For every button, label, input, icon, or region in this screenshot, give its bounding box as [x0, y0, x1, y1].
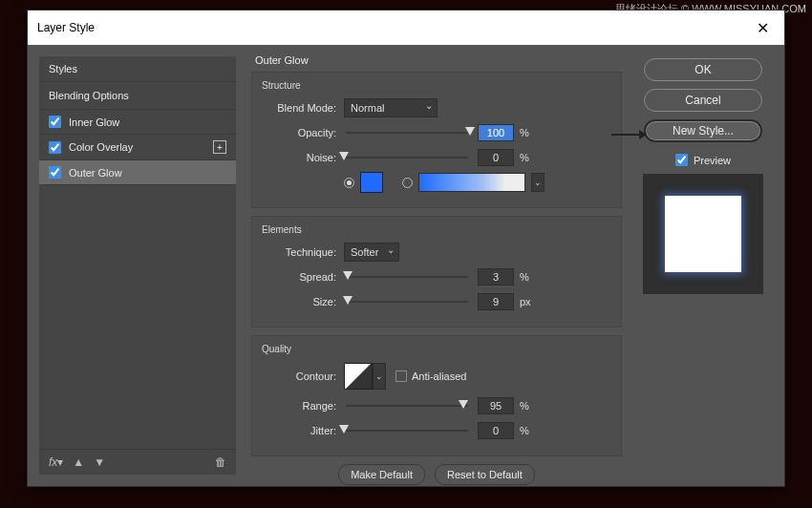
noise-slider[interactable]	[344, 151, 470, 164]
range-unit: %	[520, 400, 537, 412]
technique-label: Technique:	[262, 246, 336, 258]
style-item-label: Color Overlay	[69, 141, 133, 153]
spread-unit: %	[520, 271, 537, 283]
close-icon[interactable]: ✕	[751, 19, 775, 37]
color-overlay-checkbox[interactable]	[49, 141, 61, 154]
structure-title: Structure	[262, 80, 611, 91]
size-value[interactable]: 9	[478, 293, 514, 310]
range-value[interactable]: 95	[478, 397, 514, 414]
blend-mode-select[interactable]: Normal	[344, 98, 438, 117]
size-label: Size:	[262, 296, 336, 307]
preview-inner	[665, 196, 741, 272]
jitter-value[interactable]: 0	[478, 422, 514, 439]
opacity-unit: %	[520, 127, 537, 138]
contour-picker[interactable]	[344, 363, 373, 390]
inner-glow-checkbox[interactable]	[49, 116, 61, 128]
opacity-slider[interactable]	[344, 126, 470, 139]
noise-unit: %	[520, 152, 537, 163]
size-unit: px	[520, 296, 537, 307]
cancel-button[interactable]: Cancel	[644, 89, 762, 112]
preview-thumbnail	[643, 174, 763, 294]
opacity-label: Opacity:	[262, 127, 336, 138]
elements-group: Elements Technique: Softer Spread: 3 % S…	[251, 216, 622, 328]
dialog-title: Layer Style	[37, 21, 95, 34]
reset-default-button[interactable]: Reset to Default	[435, 464, 535, 485]
glow-color-swatch[interactable]	[360, 172, 383, 193]
styles-header[interactable]: Styles	[39, 56, 236, 82]
noise-label: Noise:	[262, 152, 336, 163]
gradient-radio[interactable]	[402, 178, 413, 188]
gradient-dropdown-icon[interactable]: ⌄	[531, 173, 545, 192]
size-slider[interactable]	[344, 295, 470, 308]
blend-mode-label: Blend Mode:	[262, 102, 336, 114]
settings-panel: Outer Glow Structure Blend Mode: Normal …	[247, 45, 630, 486]
antialias-checkbox[interactable]	[395, 370, 407, 382]
quality-group: Quality Contour: ⌄ Anti-aliased Range: 9…	[251, 335, 622, 456]
right-column: OK Cancel New Style... Preview	[630, 45, 784, 486]
spread-value[interactable]: 3	[478, 268, 514, 286]
style-item-color-overlay[interactable]: Color Overlay +	[39, 135, 236, 160]
style-item-label: Inner Glow	[69, 116, 119, 128]
layer-style-dialog: Layer Style ✕ Styles Blending Options In…	[27, 10, 785, 487]
preview-checkbox[interactable]	[675, 154, 688, 166]
noise-value[interactable]: 0	[478, 149, 514, 166]
style-item-label: Outer Glow	[69, 167, 122, 179]
contour-label: Contour:	[262, 370, 336, 382]
new-style-button[interactable]: New Style...	[644, 119, 762, 142]
style-item-outer-glow[interactable]: Outer Glow	[39, 160, 236, 185]
elements-title: Elements	[262, 224, 611, 235]
contour-dropdown-icon[interactable]: ⌄	[373, 363, 386, 390]
technique-select[interactable]: Softer	[344, 243, 399, 262]
panel-title: Outer Glow	[255, 54, 622, 66]
structure-group: Structure Blend Mode: Normal Opacity: 10…	[251, 72, 622, 208]
outer-glow-checkbox[interactable]	[49, 166, 61, 179]
trash-icon[interactable]: 🗑	[215, 455, 226, 469]
spread-label: Spread:	[262, 271, 336, 283]
move-down-icon[interactable]: ▼	[94, 455, 105, 469]
jitter-unit: %	[520, 425, 537, 436]
fx-menu-icon[interactable]: fx▾	[49, 455, 63, 469]
jitter-label: Jitter:	[262, 425, 336, 436]
titlebar: Layer Style ✕	[28, 11, 784, 45]
range-label: Range:	[262, 400, 336, 412]
range-slider[interactable]	[344, 399, 470, 413]
antialias-label: Anti-aliased	[412, 370, 466, 382]
blending-options[interactable]: Blending Options	[39, 82, 236, 110]
solid-color-radio[interactable]	[344, 178, 354, 188]
annotation-arrow-icon	[611, 134, 646, 135]
make-default-button[interactable]: Make Default	[338, 464, 425, 485]
preview-label: Preview	[694, 155, 731, 166]
move-up-icon[interactable]: ▲	[73, 455, 84, 469]
ok-button[interactable]: OK	[644, 58, 762, 81]
jitter-slider[interactable]	[344, 424, 470, 437]
quality-title: Quality	[262, 344, 611, 354]
sidebar-footer: fx▾ ▲ ▼ 🗑	[39, 449, 236, 475]
add-effect-icon[interactable]: +	[213, 140, 226, 154]
spread-slider[interactable]	[344, 270, 470, 284]
opacity-value[interactable]: 100	[478, 124, 514, 141]
style-item-inner-glow[interactable]: Inner Glow	[39, 110, 236, 135]
styles-sidebar: Styles Blending Options Inner Glow Color…	[28, 45, 247, 486]
gradient-swatch[interactable]	[418, 173, 525, 192]
